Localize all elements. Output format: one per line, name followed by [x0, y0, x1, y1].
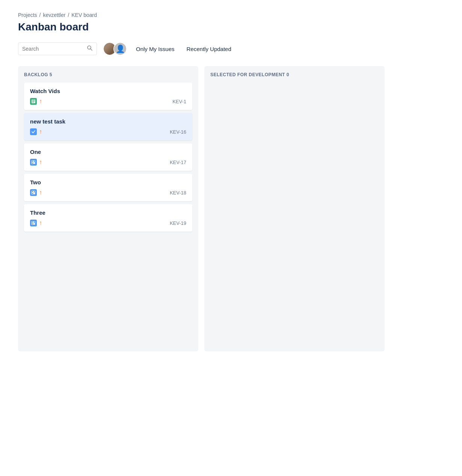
card-icons: ↑: [30, 128, 42, 135]
card-icons: ↑: [30, 159, 42, 166]
priority-high-icon: ↑: [39, 129, 42, 135]
svg-line-1: [91, 49, 92, 50]
task-icon: [30, 128, 37, 135]
search-input[interactable]: [22, 46, 85, 52]
breadcrumb-sep-2: /: [68, 12, 69, 18]
column-backlog-header: BACKLOG 5: [24, 72, 192, 77]
svg-rect-14: [32, 221, 33, 223]
recently-updated-button[interactable]: Recently Updated: [184, 44, 234, 54]
avatar-user2[interactable]: 👤: [113, 42, 127, 56]
svg-rect-10: [32, 191, 33, 193]
kanban-board: BACKLOG 5 Watch Vids ↑: [18, 66, 444, 351]
subtask-icon: [30, 189, 37, 196]
card-kev-19[interactable]: Three ↑ KEV-19: [24, 204, 192, 232]
card-kev-18[interactable]: Two ↑ KEV-18: [24, 174, 192, 201]
subtask-icon: [30, 159, 37, 166]
card-icons: ↑: [30, 98, 42, 105]
card-kev-1[interactable]: Watch Vids ↑ KEV-1: [24, 83, 192, 110]
svg-rect-7: [34, 161, 35, 162]
column-backlog: BACKLOG 5 Watch Vids ↑: [18, 66, 198, 351]
page-title: Kanban board: [18, 21, 444, 33]
priority-high-icon: ↑: [39, 159, 42, 165]
search-icon: [87, 45, 93, 53]
card-title: Two: [30, 179, 186, 185]
card-id: KEV-16: [170, 129, 186, 135]
svg-rect-9: [34, 163, 35, 164]
card-title: Watch Vids: [30, 88, 186, 94]
svg-rect-5: [32, 102, 34, 102]
card-icons: ↑: [30, 189, 42, 196]
svg-rect-4: [32, 101, 35, 101]
card-meta: ↑ KEV-1: [30, 98, 186, 105]
svg-rect-11: [34, 191, 35, 193]
column-selected-for-development: SELECTED FOR DEVELOPMENT 0: [204, 66, 385, 351]
priority-high-icon: ↑: [39, 220, 42, 226]
story-icon: [30, 98, 37, 105]
column-selected-header: SELECTED FOR DEVELOPMENT 0: [210, 72, 379, 77]
avatar-group: 👤: [103, 42, 127, 56]
card-kev-17[interactable]: One ↑ KEV-17: [24, 143, 192, 171]
toolbar: 👤 Only My Issues Recently Updated: [18, 42, 444, 56]
breadcrumb-user[interactable]: kevzettler: [43, 12, 65, 18]
search-box: [18, 42, 97, 55]
svg-rect-13: [34, 193, 35, 194]
card-icons: ↑: [30, 220, 42, 226]
card-title: Three: [30, 209, 186, 216]
card-meta: ↑ KEV-16: [30, 128, 186, 135]
svg-rect-15: [34, 221, 35, 223]
svg-rect-6: [32, 161, 33, 162]
svg-rect-16: [32, 223, 33, 225]
svg-rect-3: [32, 100, 35, 101]
svg-rect-8: [32, 163, 33, 164]
priority-high-icon: ↑: [39, 190, 42, 196]
breadcrumb-sep-1: /: [39, 12, 41, 18]
breadcrumb-projects[interactable]: Projects: [18, 12, 37, 18]
card-title: new test task: [30, 118, 186, 125]
subtask-icon: [30, 220, 37, 226]
svg-rect-12: [32, 193, 33, 194]
breadcrumb-board[interactable]: KEV board: [71, 12, 97, 18]
breadcrumb: Projects / kevzettler / KEV board: [18, 12, 444, 18]
card-meta: ↑ KEV-19: [30, 220, 186, 226]
card-title: One: [30, 149, 186, 155]
card-id: KEV-18: [170, 190, 186, 196]
priority-high-icon: ↑: [39, 98, 42, 104]
card-meta: ↑ KEV-17: [30, 159, 186, 166]
card-id: KEV-1: [172, 99, 186, 104]
card-id: KEV-17: [170, 160, 186, 165]
card-id: KEV-19: [170, 220, 186, 226]
svg-rect-17: [34, 223, 35, 225]
card-kev-16[interactable]: new test task ↑ KEV-16: [24, 113, 192, 140]
only-my-issues-button[interactable]: Only My Issues: [133, 44, 178, 54]
card-meta: ↑ KEV-18: [30, 189, 186, 196]
